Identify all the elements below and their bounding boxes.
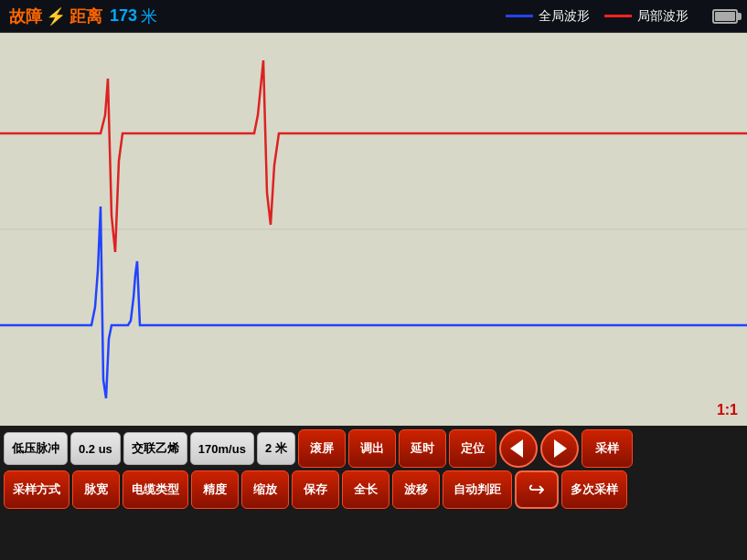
distance-label: 距离	[69, 5, 102, 27]
distance-value: 173	[110, 6, 137, 26]
left-arrow-icon	[510, 439, 523, 458]
save-button[interactable]: 保存	[292, 470, 339, 509]
control-row-2: 采样方式 脉宽 电缆类型 精度 缩放 保存 全长 波移 自动判距 ↩ 多次采样	[4, 470, 743, 509]
header: 故障 ⚡ 距离 173 米 全局波形 局部波形	[0, 0, 747, 33]
full-length-button[interactable]: 全长	[342, 470, 390, 509]
delay-button[interactable]: 延时	[399, 429, 446, 468]
multi-sample-button[interactable]: 多次采样	[561, 470, 627, 509]
battery-icon	[712, 9, 738, 24]
local-line-icon	[604, 15, 632, 17]
global-line-icon	[506, 15, 533, 17]
legend-global: 全局波形	[506, 8, 590, 25]
wave-shift-button[interactable]: 波移	[392, 470, 440, 509]
precision-button[interactable]: 精度	[191, 470, 239, 509]
cable-type-button[interactable]: 电缆类型	[123, 470, 188, 509]
controls: 低压脉冲 0.2 us 交联乙烯 170m/us 2 米 滚屏 调出 延时 定位…	[0, 426, 747, 560]
fault-label: 故障	[9, 5, 42, 27]
battery-fill	[715, 12, 735, 21]
sample-rate-value: 0.2 us	[70, 432, 121, 465]
legend-global-label: 全局波形	[539, 8, 590, 25]
ratio-label: 1:1	[717, 402, 738, 418]
right-arrow-button[interactable]	[540, 429, 579, 468]
wave-speed-value: 170m/us	[190, 432, 254, 465]
legend: 全局波形 局部波形	[506, 8, 738, 25]
waveform-svg	[0, 33, 747, 426]
auto-measure-button[interactable]: 自动判距	[443, 470, 512, 509]
locate-button[interactable]: 定位	[449, 429, 496, 468]
scroll-button[interactable]: 滚屏	[298, 429, 346, 468]
distance-value-display: 2 米	[257, 432, 295, 465]
low-voltage-pulse-label: 低压脉冲	[4, 432, 68, 465]
undo-button[interactable]: ↩	[515, 470, 559, 509]
pulse-width-button[interactable]: 脉宽	[72, 470, 120, 509]
legend-local-label: 局部波形	[637, 8, 688, 25]
lightning-icon: ⚡	[46, 6, 66, 26]
recall-button[interactable]: 调出	[348, 429, 396, 468]
distance-unit: 米	[141, 5, 157, 27]
sample-button[interactable]: 采样	[582, 429, 633, 468]
chart-area: 1:1	[0, 33, 747, 426]
control-row-1: 低压脉冲 0.2 us 交联乙烯 170m/us 2 米 滚屏 调出 延时 定位…	[4, 429, 743, 468]
legend-local: 局部波形	[604, 8, 688, 25]
left-arrow-button[interactable]	[499, 429, 538, 468]
sample-mode-button[interactable]: 采样方式	[4, 470, 69, 509]
right-arrow-icon	[554, 439, 567, 458]
undo-icon: ↩	[528, 478, 545, 502]
cable-material-value: 交联乙烯	[123, 432, 187, 465]
zoom-button[interactable]: 缩放	[241, 470, 289, 509]
header-title: 故障 ⚡ 距离	[9, 5, 102, 27]
